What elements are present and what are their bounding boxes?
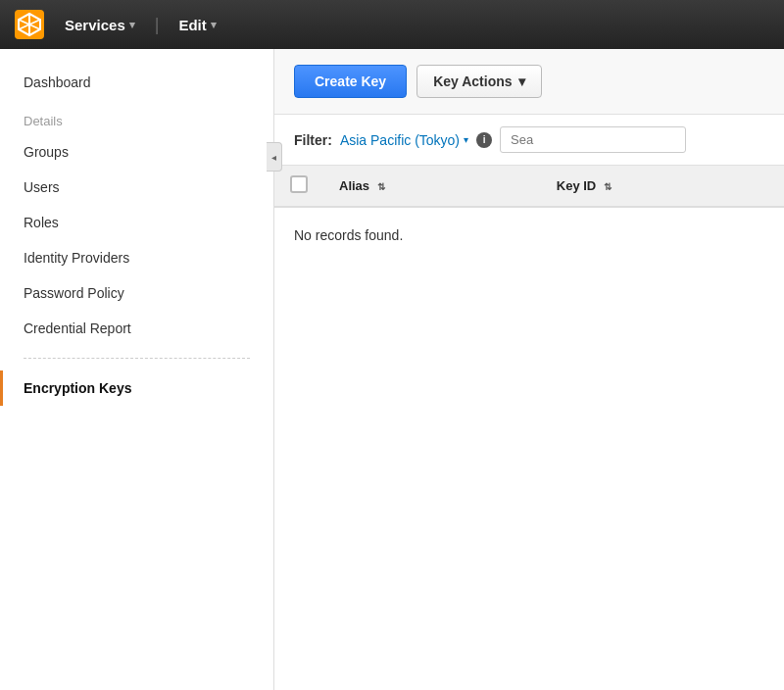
sidebar-section-details: Details [0,100,273,134]
edit-label: Edit [178,17,206,33]
edit-chevron-icon: ▾ [211,19,217,31]
filter-bar: Filter: Asia Pacific (Tokyo) ▾ i [274,115,784,166]
sidebar-item-label: Roles [24,215,59,230]
table-container: Alias ⇅ Key ID ⇅ No records found. [274,166,784,690]
sidebar-item-label: Encryption Keys [24,380,131,396]
sidebar-item-label: Groups [24,144,69,160]
toolbar: Create Key Key Actions ▾ [274,49,784,115]
table-header-row: Alias ⇅ Key ID ⇅ [274,166,784,207]
sidebar-item-roles[interactable]: Roles [0,205,273,240]
sidebar-item-label: Password Policy [24,285,124,301]
sidebar-item-label: Dashboard [24,74,91,90]
sidebar-item-encryption-keys[interactable]: Encryption Keys [0,370,273,406]
sidebar-item-dashboard[interactable]: Dashboard [0,65,273,100]
services-chevron-icon: ▾ [129,19,135,31]
sidebar-item-label: Credential Report [24,320,131,336]
table-header-checkbox [274,166,323,207]
nav-separator: | [155,15,160,35]
filter-label: Filter: [294,132,332,148]
logo [12,7,47,42]
sidebar-item-credential-report[interactable]: Credential Report [0,311,273,346]
services-label: Services [65,17,125,33]
no-records-text: No records found. [294,227,403,243]
sidebar-divider [24,358,250,359]
no-records-row: No records found. [274,207,784,263]
aws-logo-icon [13,8,46,41]
select-all-checkbox[interactable] [290,175,308,193]
keys-table: Alias ⇅ Key ID ⇅ No records found. [274,166,784,263]
filter-region-chevron-icon: ▾ [464,134,468,145]
layout: Dashboard Details Groups Users Roles Ide… [0,49,784,690]
top-nav: Services ▾ | Edit ▾ [0,0,784,49]
filter-region-selector[interactable]: Asia Pacific (Tokyo) ▾ [340,132,468,148]
edit-button[interactable]: Edit ▾ [169,11,225,39]
sidebar-item-password-policy[interactable]: Password Policy [0,275,273,311]
sidebar-item-users[interactable]: Users [0,170,273,205]
create-key-button[interactable]: Create Key [294,65,407,98]
collapse-icon: ◂ [271,152,276,163]
alias-sort-icon[interactable]: ⇅ [377,181,385,192]
key-actions-label: Key Actions [433,74,512,89]
filter-region-label: Asia Pacific (Tokyo) [340,132,460,148]
sidebar-item-groups[interactable]: Groups [0,134,273,170]
table-header-alias: Alias ⇅ [323,166,541,207]
sidebar-item-label: Identity Providers [24,250,129,266]
sidebar-collapse-handle[interactable]: ◂ [267,142,282,172]
main-content: Create Key Key Actions ▾ Filter: Asia Pa… [274,49,784,690]
search-input[interactable] [500,126,686,153]
sidebar-item-label: Users [24,179,60,195]
sidebar-item-identity-providers[interactable]: Identity Providers [0,240,273,275]
services-button[interactable]: Services ▾ [55,11,145,39]
key-id-sort-icon[interactable]: ⇅ [604,181,612,192]
sidebar: Dashboard Details Groups Users Roles Ide… [0,49,274,690]
key-actions-button[interactable]: Key Actions ▾ [416,65,541,98]
create-key-label: Create Key [315,74,386,89]
filter-info-icon[interactable]: i [476,132,492,148]
table-header-key-id: Key ID ⇅ [541,166,784,207]
key-actions-chevron-icon: ▾ [518,74,525,89]
